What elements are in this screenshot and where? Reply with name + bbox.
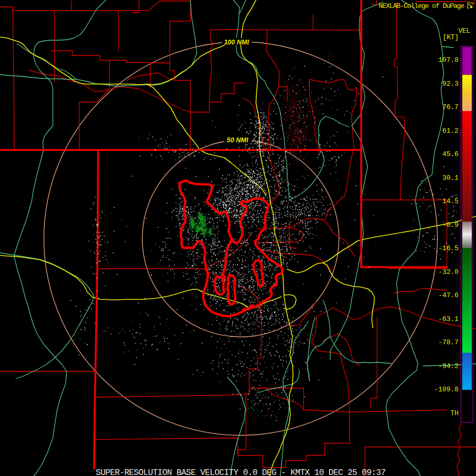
svg-text:-0.9: -0.9 — [442, 221, 459, 229]
svg-text:-94.2: -94.2 — [438, 362, 459, 370]
svg-text:30.1: 30.1 — [442, 174, 459, 182]
svg-text:92.3: 92.3 — [442, 80, 459, 88]
svg-text:45.6: 45.6 — [442, 150, 459, 158]
svg-text:-109.8: -109.8 — [434, 386, 459, 393]
svg-text:-47.6: -47.6 — [438, 291, 459, 299]
svg-text:-16.5: -16.5 — [438, 244, 459, 252]
svg-text:NEXLAB-College of DuPage: NEXLAB-College of DuPage — [379, 2, 464, 10]
svg-text:-78.7: -78.7 — [438, 338, 459, 346]
svg-text:SUPER-RESOLUTION BASE VELOCITY: SUPER-RESOLUTION BASE VELOCITY 0.0 DEG -… — [96, 468, 386, 476]
svg-text:61.2: 61.2 — [442, 127, 459, 135]
svg-text:-32.0: -32.0 — [438, 268, 459, 276]
svg-text:76.7: 76.7 — [442, 103, 459, 111]
svg-text:TH: TH — [451, 409, 459, 417]
svg-text:-63.1: -63.1 — [438, 315, 459, 323]
svg-text:50 NMI: 50 NMI — [227, 136, 249, 144]
svg-text:100 NMI: 100 NMI — [224, 39, 249, 46]
svg-text:14.5: 14.5 — [442, 197, 459, 205]
svg-text:[KT]: [KT] — [443, 33, 459, 41]
svg-text:107.8: 107.8 — [438, 56, 459, 64]
svg-text:VEL: VEL — [458, 27, 470, 35]
